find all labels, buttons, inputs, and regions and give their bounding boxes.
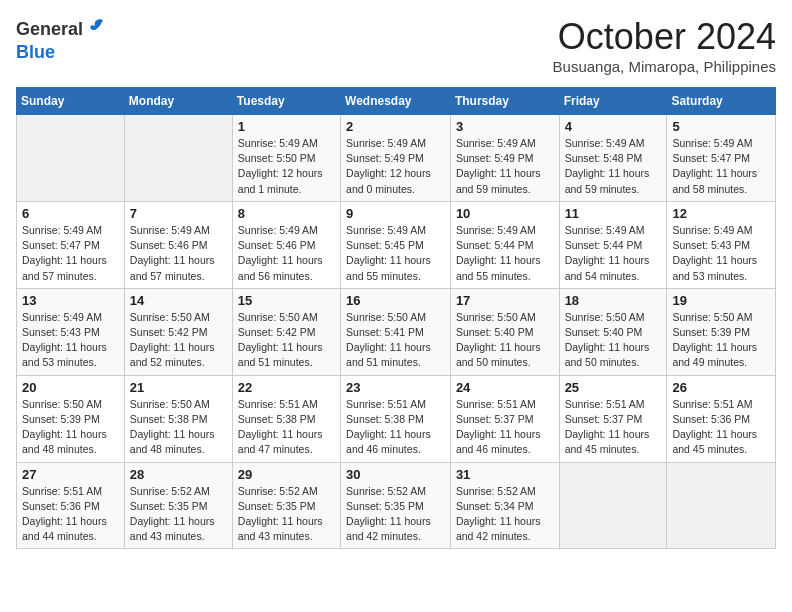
day-cell-5-1: 27Sunrise: 5:51 AM Sunset: 5:36 PM Dayli… [17, 462, 125, 549]
day-cell-2-4: 9Sunrise: 5:49 AM Sunset: 5:45 PM Daylig… [341, 201, 451, 288]
day-cell-4-7: 26Sunrise: 5:51 AM Sunset: 5:36 PM Dayli… [667, 375, 776, 462]
day-cell-4-4: 23Sunrise: 5:51 AM Sunset: 5:38 PM Dayli… [341, 375, 451, 462]
day-cell-5-4: 30Sunrise: 5:52 AM Sunset: 5:35 PM Dayli… [341, 462, 451, 549]
day-cell-5-7 [667, 462, 776, 549]
day-detail: Sunrise: 5:49 AM Sunset: 5:45 PM Dayligh… [346, 223, 445, 284]
logo: General Blue [16, 16, 107, 63]
day-number: 30 [346, 467, 445, 482]
day-number: 28 [130, 467, 227, 482]
day-detail: Sunrise: 5:50 AM Sunset: 5:40 PM Dayligh… [565, 310, 662, 371]
day-detail: Sunrise: 5:50 AM Sunset: 5:39 PM Dayligh… [22, 397, 119, 458]
day-detail: Sunrise: 5:49 AM Sunset: 5:48 PM Dayligh… [565, 136, 662, 197]
day-detail: Sunrise: 5:52 AM Sunset: 5:35 PM Dayligh… [346, 484, 445, 545]
day-detail: Sunrise: 5:52 AM Sunset: 5:35 PM Dayligh… [130, 484, 227, 545]
week-row-3: 13Sunrise: 5:49 AM Sunset: 5:43 PM Dayli… [17, 288, 776, 375]
day-detail: Sunrise: 5:49 AM Sunset: 5:47 PM Dayligh… [672, 136, 770, 197]
title-area: October 2024 Busuanga, Mimaropa, Philipp… [553, 16, 776, 75]
day-cell-3-1: 13Sunrise: 5:49 AM Sunset: 5:43 PM Dayli… [17, 288, 125, 375]
day-detail: Sunrise: 5:49 AM Sunset: 5:49 PM Dayligh… [346, 136, 445, 197]
day-detail: Sunrise: 5:49 AM Sunset: 5:50 PM Dayligh… [238, 136, 335, 197]
day-number: 15 [238, 293, 335, 308]
day-cell-3-5: 17Sunrise: 5:50 AM Sunset: 5:40 PM Dayli… [450, 288, 559, 375]
day-detail: Sunrise: 5:51 AM Sunset: 5:38 PM Dayligh… [346, 397, 445, 458]
day-detail: Sunrise: 5:50 AM Sunset: 5:42 PM Dayligh… [238, 310, 335, 371]
day-detail: Sunrise: 5:49 AM Sunset: 5:44 PM Dayligh… [456, 223, 554, 284]
day-cell-4-3: 22Sunrise: 5:51 AM Sunset: 5:38 PM Dayli… [232, 375, 340, 462]
day-number: 1 [238, 119, 335, 134]
day-detail: Sunrise: 5:52 AM Sunset: 5:35 PM Dayligh… [238, 484, 335, 545]
day-number: 13 [22, 293, 119, 308]
day-number: 14 [130, 293, 227, 308]
week-row-2: 6Sunrise: 5:49 AM Sunset: 5:47 PM Daylig… [17, 201, 776, 288]
day-number: 21 [130, 380, 227, 395]
day-cell-2-5: 10Sunrise: 5:49 AM Sunset: 5:44 PM Dayli… [450, 201, 559, 288]
day-cell-2-2: 7Sunrise: 5:49 AM Sunset: 5:46 PM Daylig… [124, 201, 232, 288]
location: Busuanga, Mimaropa, Philippines [553, 58, 776, 75]
day-number: 26 [672, 380, 770, 395]
day-detail: Sunrise: 5:52 AM Sunset: 5:34 PM Dayligh… [456, 484, 554, 545]
day-cell-5-3: 29Sunrise: 5:52 AM Sunset: 5:35 PM Dayli… [232, 462, 340, 549]
day-cell-4-5: 24Sunrise: 5:51 AM Sunset: 5:37 PM Dayli… [450, 375, 559, 462]
day-number: 2 [346, 119, 445, 134]
day-detail: Sunrise: 5:51 AM Sunset: 5:37 PM Dayligh… [565, 397, 662, 458]
day-number: 31 [456, 467, 554, 482]
day-cell-1-6: 4Sunrise: 5:49 AM Sunset: 5:48 PM Daylig… [559, 115, 667, 202]
day-number: 9 [346, 206, 445, 221]
day-number: 27 [22, 467, 119, 482]
day-number: 18 [565, 293, 662, 308]
day-number: 25 [565, 380, 662, 395]
calendar-table: SundayMondayTuesdayWednesdayThursdayFrid… [16, 87, 776, 549]
day-number: 5 [672, 119, 770, 134]
day-number: 12 [672, 206, 770, 221]
day-number: 10 [456, 206, 554, 221]
day-cell-4-2: 21Sunrise: 5:50 AM Sunset: 5:38 PM Dayli… [124, 375, 232, 462]
calendar-body: 1Sunrise: 5:49 AM Sunset: 5:50 PM Daylig… [17, 115, 776, 549]
day-cell-1-3: 1Sunrise: 5:49 AM Sunset: 5:50 PM Daylig… [232, 115, 340, 202]
day-cell-2-1: 6Sunrise: 5:49 AM Sunset: 5:47 PM Daylig… [17, 201, 125, 288]
weekday-thursday: Thursday [450, 88, 559, 115]
day-detail: Sunrise: 5:49 AM Sunset: 5:44 PM Dayligh… [565, 223, 662, 284]
day-detail: Sunrise: 5:50 AM Sunset: 5:38 PM Dayligh… [130, 397, 227, 458]
day-detail: Sunrise: 5:51 AM Sunset: 5:36 PM Dayligh… [22, 484, 119, 545]
weekday-saturday: Saturday [667, 88, 776, 115]
day-detail: Sunrise: 5:49 AM Sunset: 5:46 PM Dayligh… [130, 223, 227, 284]
day-number: 29 [238, 467, 335, 482]
week-row-1: 1Sunrise: 5:49 AM Sunset: 5:50 PM Daylig… [17, 115, 776, 202]
day-cell-3-6: 18Sunrise: 5:50 AM Sunset: 5:40 PM Dayli… [559, 288, 667, 375]
weekday-wednesday: Wednesday [341, 88, 451, 115]
month-title: October 2024 [553, 16, 776, 58]
logo-general-text: General [16, 19, 83, 40]
day-number: 6 [22, 206, 119, 221]
week-row-4: 20Sunrise: 5:50 AM Sunset: 5:39 PM Dayli… [17, 375, 776, 462]
day-detail: Sunrise: 5:50 AM Sunset: 5:42 PM Dayligh… [130, 310, 227, 371]
day-cell-3-2: 14Sunrise: 5:50 AM Sunset: 5:42 PM Dayli… [124, 288, 232, 375]
day-number: 23 [346, 380, 445, 395]
day-cell-4-1: 20Sunrise: 5:50 AM Sunset: 5:39 PM Dayli… [17, 375, 125, 462]
day-number: 16 [346, 293, 445, 308]
day-cell-3-3: 15Sunrise: 5:50 AM Sunset: 5:42 PM Dayli… [232, 288, 340, 375]
day-detail: Sunrise: 5:49 AM Sunset: 5:43 PM Dayligh… [22, 310, 119, 371]
day-detail: Sunrise: 5:49 AM Sunset: 5:47 PM Dayligh… [22, 223, 119, 284]
day-detail: Sunrise: 5:50 AM Sunset: 5:40 PM Dayligh… [456, 310, 554, 371]
day-cell-3-7: 19Sunrise: 5:50 AM Sunset: 5:39 PM Dayli… [667, 288, 776, 375]
week-row-5: 27Sunrise: 5:51 AM Sunset: 5:36 PM Dayli… [17, 462, 776, 549]
day-cell-4-6: 25Sunrise: 5:51 AM Sunset: 5:37 PM Dayli… [559, 375, 667, 462]
day-cell-3-4: 16Sunrise: 5:50 AM Sunset: 5:41 PM Dayli… [341, 288, 451, 375]
day-number: 20 [22, 380, 119, 395]
logo-bird-icon [85, 16, 107, 42]
weekday-friday: Friday [559, 88, 667, 115]
day-detail: Sunrise: 5:51 AM Sunset: 5:37 PM Dayligh… [456, 397, 554, 458]
weekday-sunday: Sunday [17, 88, 125, 115]
day-number: 17 [456, 293, 554, 308]
day-cell-2-7: 12Sunrise: 5:49 AM Sunset: 5:43 PM Dayli… [667, 201, 776, 288]
weekday-monday: Monday [124, 88, 232, 115]
day-detail: Sunrise: 5:49 AM Sunset: 5:49 PM Dayligh… [456, 136, 554, 197]
weekday-header-row: SundayMondayTuesdayWednesdayThursdayFrid… [17, 88, 776, 115]
day-cell-2-3: 8Sunrise: 5:49 AM Sunset: 5:46 PM Daylig… [232, 201, 340, 288]
day-cell-1-5: 3Sunrise: 5:49 AM Sunset: 5:49 PM Daylig… [450, 115, 559, 202]
day-number: 22 [238, 380, 335, 395]
header: General Blue October 2024 Busuanga, Mima… [16, 16, 776, 75]
day-detail: Sunrise: 5:49 AM Sunset: 5:46 PM Dayligh… [238, 223, 335, 284]
day-detail: Sunrise: 5:49 AM Sunset: 5:43 PM Dayligh… [672, 223, 770, 284]
day-cell-5-5: 31Sunrise: 5:52 AM Sunset: 5:34 PM Dayli… [450, 462, 559, 549]
